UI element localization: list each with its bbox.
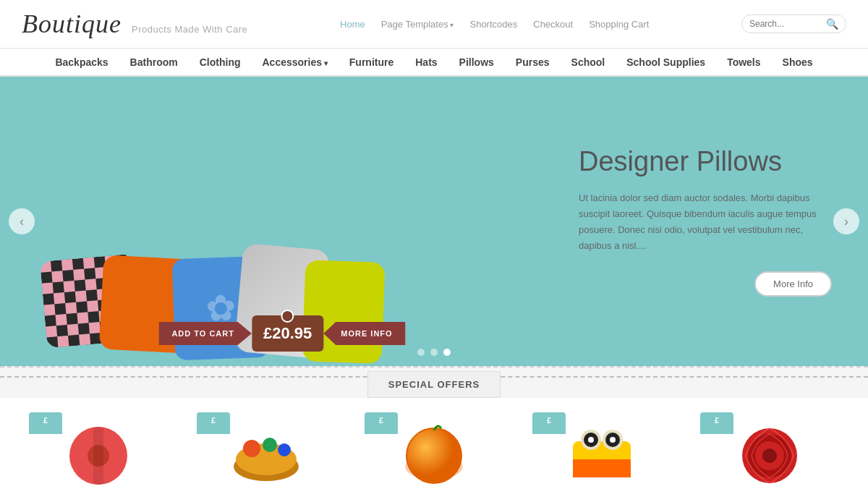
cat-school-supplies[interactable]: School Supplies <box>626 56 705 68</box>
currency-symbol: £ <box>263 324 272 342</box>
cat-towels[interactable]: Towels <box>727 56 760 68</box>
svg-point-7 <box>278 443 291 456</box>
site-tagline: Products Made With Care <box>132 24 247 35</box>
cat-bathroom[interactable]: Bathroom <box>130 56 178 68</box>
cat-furniture[interactable]: Furniture <box>349 56 393 68</box>
hero-dots <box>417 349 451 356</box>
cat-backpacks[interactable]: Backpacks <box>55 56 108 68</box>
cat-clothing[interactable]: Clothing <box>200 56 241 68</box>
search-button[interactable]: 🔍 <box>826 18 838 30</box>
svg-point-10 <box>407 428 461 483</box>
product-card-1: £ <box>22 412 175 489</box>
price-value: 20.95 <box>272 324 312 342</box>
product-price-5: £ <box>700 412 733 434</box>
header: Boutique Products Made With Care Home Pa… <box>0 0 868 48</box>
header-left: Boutique Products Made With Care <box>22 9 247 39</box>
dot-2[interactable] <box>430 349 438 356</box>
svg-point-5 <box>243 440 260 457</box>
hero-banner: ‹ ✿ ADD TO CART £20.95 MORE INFO Designe… <box>0 77 868 366</box>
product-price-3: £ <box>365 412 398 434</box>
hero-next-button[interactable]: › <box>833 208 859 234</box>
svg-point-6 <box>263 438 277 452</box>
nav-shopping-cart[interactable]: Shopping Cart <box>589 19 649 30</box>
category-nav: Backpacks Bathroom Clothing Accessories … <box>0 48 868 77</box>
cat-school[interactable]: School <box>571 56 605 68</box>
svg-rect-12 <box>573 459 631 477</box>
nav-page-templates[interactable]: Page Templates <box>381 19 454 30</box>
price-banner: ADD TO CART £20.95 MORE INFO <box>158 315 405 352</box>
nav-home[interactable]: Home <box>340 19 365 30</box>
product-card-5: £ <box>693 412 846 489</box>
site-logo[interactable]: Boutique <box>22 9 122 39</box>
svg-point-18 <box>610 437 616 443</box>
dot-3[interactable] <box>443 349 451 356</box>
product-price-2: £ <box>197 412 230 434</box>
svg-point-17 <box>588 437 594 443</box>
search-bar: 🔍 <box>741 14 846 33</box>
cat-accessories[interactable]: Accessories <box>263 56 328 68</box>
nav-checkout[interactable]: Checkout <box>533 19 573 30</box>
cat-hats[interactable]: Hats <box>415 56 437 68</box>
hero-description: Ut lacinia dolor sed diam auctor sodales… <box>579 190 832 254</box>
header-nav: Home Page Templates Shortcodes Checkout … <box>340 19 649 30</box>
cat-pillows[interactable]: Pillows <box>459 56 494 68</box>
more-info-button[interactable]: More Info <box>754 271 832 297</box>
products-row: £ £ £ <box>0 398 868 489</box>
svg-rect-2 <box>93 427 103 485</box>
special-offers-bar: SPECIAL OFFERS <box>0 366 868 398</box>
svg-point-22 <box>762 448 777 463</box>
hero-prev-button[interactable]: ‹ <box>9 208 35 234</box>
product-price-4: £ <box>532 412 566 434</box>
product-card-2: £ <box>190 412 343 489</box>
hero-content: Designer Pillows Ut lacinia dolor sed di… <box>564 124 868 318</box>
product-card-3: £ <box>357 412 511 489</box>
hero-title: Designer Pillows <box>579 146 832 177</box>
product-price-1: £ <box>29 412 62 434</box>
add-to-cart-button[interactable]: ADD TO CART <box>158 322 252 345</box>
special-offers-button[interactable]: SPECIAL OFFERS <box>367 371 501 398</box>
price-tag: £20.95 <box>252 315 323 352</box>
search-input[interactable] <box>749 19 822 29</box>
product-card-4: £ <box>525 412 678 489</box>
nav-shortcodes[interactable]: Shortcodes <box>469 19 517 30</box>
hero-image-area: ✿ ADD TO CART £20.95 MORE INFO <box>0 77 564 366</box>
cat-purses[interactable]: Purses <box>516 56 550 68</box>
cat-shoes[interactable]: Shoes <box>783 56 813 68</box>
more-info-banner-button[interactable]: MORE INFO <box>323 322 405 345</box>
dot-1[interactable] <box>417 349 425 356</box>
